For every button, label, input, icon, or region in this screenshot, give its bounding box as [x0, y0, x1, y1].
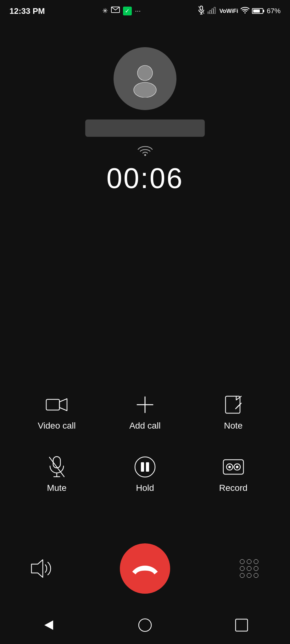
svg-point-34 [240, 559, 244, 564]
keypad-button[interactable] [233, 553, 265, 584]
svg-marker-33 [31, 560, 43, 577]
cluster-icon: ✳ [102, 7, 108, 15]
hold-icon [134, 456, 156, 478]
svg-point-29 [228, 466, 231, 468]
battery-icon [252, 8, 264, 14]
note-button[interactable]: Note [189, 381, 277, 443]
more-dots-icon: ··· [135, 7, 141, 15]
video-call-label: Video call [38, 421, 76, 431]
svg-rect-20 [53, 457, 60, 468]
action-grid: Video call Add call Note [0, 381, 290, 506]
record-label: Record [219, 483, 248, 493]
recents-icon [234, 618, 249, 632]
keypad-icon [238, 557, 260, 580]
svg-point-24 [135, 457, 155, 477]
video-call-icon [46, 394, 68, 416]
nav-home-button[interactable] [132, 613, 158, 638]
mute-label: Mute [47, 483, 66, 493]
svg-point-12 [144, 154, 146, 156]
svg-rect-6 [209, 10, 211, 14]
svg-marker-43 [44, 620, 53, 630]
svg-rect-13 [46, 399, 59, 410]
mute-icon [46, 456, 68, 478]
person-icon [126, 60, 164, 97]
svg-marker-14 [59, 399, 67, 411]
record-icon [222, 456, 244, 478]
hold-label: Hold [136, 483, 154, 493]
wifi-icon [241, 7, 249, 15]
wifi-calling-icon [137, 143, 154, 159]
svg-point-39 [254, 566, 258, 571]
end-call-icon [131, 559, 159, 578]
green-app-icon: ✓ [123, 7, 132, 15]
status-right: VoWiFi 67% [198, 6, 281, 16]
svg-point-38 [247, 566, 251, 571]
nav-back-button[interactable] [36, 613, 61, 638]
add-call-button[interactable]: Add call [101, 381, 189, 443]
svg-rect-7 [212, 9, 213, 14]
svg-point-35 [247, 559, 251, 564]
battery-percent: 67% [267, 7, 281, 15]
svg-point-10 [137, 65, 153, 80]
back-icon [41, 617, 56, 633]
svg-rect-26 [146, 462, 149, 472]
speaker-button[interactable] [25, 553, 57, 584]
nav-bar [0, 606, 290, 644]
hold-button[interactable]: Hold [101, 443, 189, 506]
call-status-section: 00:06 [0, 143, 290, 195]
record-button[interactable]: Record [189, 443, 277, 506]
svg-point-41 [247, 573, 251, 578]
bottom-controls [0, 543, 290, 594]
video-call-button[interactable]: Video call [13, 381, 101, 443]
svg-point-42 [254, 573, 258, 578]
home-icon [137, 617, 153, 633]
svg-point-37 [240, 566, 244, 571]
avatar-section [0, 22, 290, 137]
mute-button[interactable]: Mute [13, 443, 101, 506]
note-icon [222, 394, 244, 416]
note-label: Note [224, 421, 243, 431]
nav-recents-button[interactable] [229, 613, 254, 638]
svg-point-31 [236, 466, 238, 468]
contact-name-bar [85, 119, 205, 137]
status-icons: ✳ ✓ ··· [102, 7, 141, 15]
svg-rect-25 [141, 462, 144, 472]
svg-point-9 [244, 12, 246, 14]
svg-point-44 [139, 619, 151, 631]
status-bar: 12:33 PM ✳ ✓ ··· [0, 0, 290, 22]
add-call-label: Add call [129, 421, 161, 431]
mute-status-icon [198, 6, 205, 16]
end-call-button[interactable] [120, 543, 170, 594]
vowifi-icon: VoWiFi [219, 8, 238, 14]
svg-rect-45 [236, 619, 248, 631]
avatar [114, 47, 176, 110]
add-call-icon [134, 394, 156, 416]
message-icon [111, 7, 120, 15]
svg-rect-5 [207, 12, 209, 14]
signal-icon [207, 6, 217, 16]
svg-point-36 [254, 559, 258, 564]
svg-point-40 [240, 573, 244, 578]
svg-point-11 [134, 82, 156, 97]
svg-rect-8 [214, 7, 215, 14]
status-time: 12:33 PM [9, 6, 45, 16]
call-timer: 00:06 [106, 162, 183, 195]
